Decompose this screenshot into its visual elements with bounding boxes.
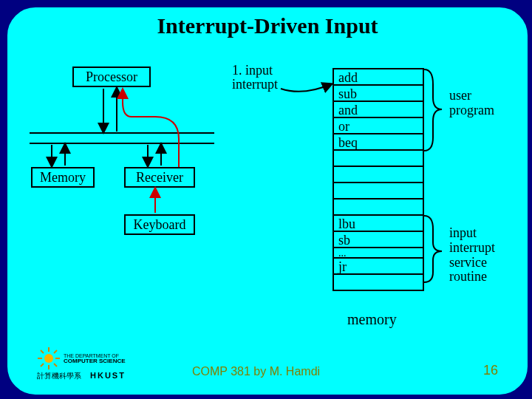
svg-line-15 [54,364,57,366]
mem-row [334,200,423,216]
mem-row [334,275,423,291]
svg-line-14 [41,350,44,353]
keyboard-box: Keyboard [124,214,195,235]
slide-title: Interrupt-Driven Input [7,13,528,38]
mem-row: sb [334,232,423,248]
mem-row [334,183,423,200]
isr-label: input interrupt service routine [449,226,495,284]
memory-table: add sub and or beq lbu sb ... jr [332,68,424,291]
mem-row [334,167,423,183]
user-program-label: user program [449,89,494,118]
mem-row: lbu [334,216,423,232]
footer-course: COMP 381 by M. Hamdi [192,365,320,378]
receiver-box: Receiver [124,167,195,188]
mem-row: sub [334,86,423,102]
hkust-logo: THE DEPARTMENT OF COMPUTER SCIENCE 計算機科學… [37,347,126,380]
mem-row: jr [334,259,423,275]
memory-box: Memory [31,167,95,188]
mem-row: add [334,69,423,86]
mem-row [334,151,423,167]
svg-point-9 [44,354,53,363]
mem-row: and [334,102,423,118]
slide: Interrupt-Driven Input Processor Memory … [6,6,529,396]
mem-row: beq [334,134,423,151]
mem-row: or [334,118,423,134]
svg-line-16 [41,364,44,366]
page-number: 16 [483,363,498,378]
univ-en: HKUST [90,372,126,380]
svg-line-17 [54,350,57,353]
mem-row: ... [334,248,423,259]
univ-cn: 計算機科學系 [37,372,81,380]
input-interrupt-label: 1. input interrupt [232,64,278,92]
memory-caption: memory [347,312,397,327]
sundial-icon [37,347,61,370]
processor-box: Processor [72,66,151,87]
dept-line2: COMPUTER SCIENCE [64,358,126,364]
